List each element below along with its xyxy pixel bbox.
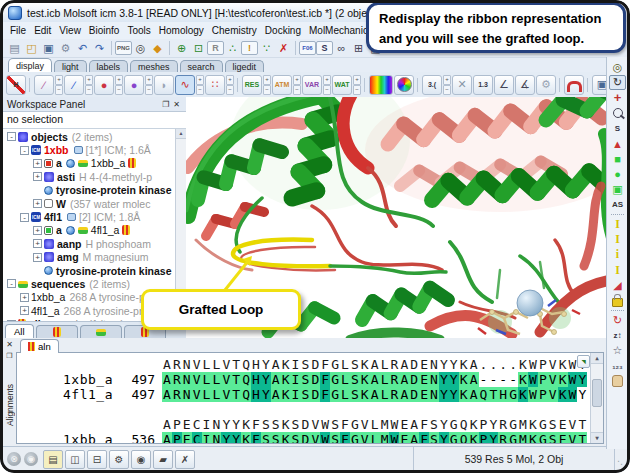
- clash-alert-icon[interactable]: ▲: [609, 136, 626, 151]
- skin-style-button[interactable]: ∷: [205, 75, 225, 95]
- menu-file[interactable]: File: [6, 24, 30, 37]
- select-sphere-icon[interactable]: ▣: [609, 182, 626, 197]
- three-pane-icon[interactable]: ⊟: [87, 450, 107, 469]
- alignment-view[interactable]: ARNVLLVTQHYAKISDFGLSKALRADENYYKA....KWPV…: [16, 352, 604, 444]
- wire-style-spinner[interactable]: +−: [55, 75, 63, 95]
- expand-icon[interactable]: +: [33, 239, 42, 248]
- rotate-z-mode-icon[interactable]: S: [609, 121, 626, 136]
- ribbon-style-spinner[interactable]: +−: [196, 75, 204, 95]
- label-variables-button[interactable]: VAR: [302, 75, 322, 95]
- ibeam-4-icon[interactable]: I: [609, 262, 626, 277]
- label-waters-button[interactable]: WAT: [332, 75, 352, 95]
- expand-icon[interactable]: +: [33, 226, 42, 235]
- tree-row-tyrosine-protein-kinase[interactable]: tyrosine-protein kinase: [3, 184, 186, 197]
- wire-style-button[interactable]: ∕: [34, 75, 54, 95]
- label-residues-spinner[interactable]: +−: [263, 75, 271, 95]
- magnet-tether-button[interactable]: [564, 75, 584, 95]
- menu-chemistry[interactable]: Chemistry: [208, 24, 261, 37]
- warning-icon[interactable]: !: [241, 41, 258, 55]
- close-icon[interactable]: ✕: [171, 100, 182, 109]
- camera-icon[interactable]: ◉: [131, 450, 151, 469]
- stick-style-spinner[interactable]: +−: [85, 75, 93, 95]
- tree-row-1xbb[interactable]: -1xbb[1*] ICM; 1.6Å: [3, 143, 186, 156]
- hydrogens-toggle-button[interactable]: H: [6, 75, 26, 95]
- fog-icon[interactable]: F06: [299, 41, 316, 55]
- collapse-icon[interactable]: -: [20, 146, 29, 155]
- expand-icon[interactable]: +: [33, 172, 42, 181]
- z-scale-icon[interactable]: z↕: [609, 328, 626, 343]
- menu-tools[interactable]: Tools: [123, 24, 154, 37]
- open-folder-icon[interactable]: ◰: [23, 41, 40, 56]
- refresh-icon[interactable]: ⚙: [57, 41, 74, 56]
- expand-icon[interactable]: +: [33, 199, 42, 208]
- float-icon[interactable]: ❐: [160, 100, 171, 109]
- expand-icon[interactable]: ◥: [577, 355, 590, 368]
- expand-icon[interactable]: +: [20, 293, 29, 302]
- tree-row-a[interactable]: +a4fl1_a: [3, 224, 186, 237]
- png-export-icon[interactable]: PNG: [115, 41, 132, 55]
- collapse-icon[interactable]: -: [7, 279, 16, 288]
- label-atoms-button[interactable]: ATM: [272, 75, 292, 95]
- ribbon-style-button[interactable]: ∿: [175, 75, 195, 95]
- residue-123-icon[interactable]: ₁₂₃: [609, 359, 626, 374]
- label-waters-spinner[interactable]: +−: [353, 75, 361, 95]
- menu-docking[interactable]: Docking: [261, 24, 305, 37]
- close-icon[interactable]: ✕: [6, 340, 13, 349]
- menu-homology[interactable]: Homology: [155, 24, 208, 37]
- expand-icon[interactable]: +: [33, 159, 42, 168]
- sequence-row-1xbb_a[interactable]: 1xbb_a536APECINYYKFSSKSDVWSFGVLMWEAFSYGQ…: [17, 432, 603, 444]
- expand-icon[interactable]: +: [33, 253, 42, 262]
- zoom-mode-icon[interactable]: [609, 106, 626, 121]
- tree-row-aanp[interactable]: +aanpH phosphoam: [3, 237, 186, 250]
- tab-ligedit[interactable]: ligedit: [225, 60, 265, 72]
- ball-style-spinner[interactable]: +−: [115, 75, 123, 95]
- diamond-icon[interactable]: ◆: [149, 41, 166, 56]
- tree-row-objects[interactable]: -objects(2 items): [3, 130, 186, 143]
- workspace-tab-sequence-tab[interactable]: [80, 325, 122, 338]
- tree-row-tyrosine-protein-kinase[interactable]: tyrosine-protein kinase: [3, 264, 186, 277]
- menu-edit[interactable]: Edit: [30, 24, 55, 37]
- alignment-scrollbar[interactable]: ▲▼: [590, 353, 603, 443]
- rename-icon[interactable]: R: [207, 41, 224, 55]
- close-circle-icon[interactable]: ⊗: [7, 452, 21, 466]
- new-document-icon[interactable]: ▤: [6, 41, 23, 56]
- star-edit-icon[interactable]: ☆: [609, 343, 626, 358]
- record-circle-icon[interactable]: ◉: [24, 452, 38, 466]
- angle-tool-button[interactable]: ∠: [494, 75, 514, 95]
- tree-row-W[interactable]: +W(357 water molec: [3, 197, 186, 210]
- menu-view[interactable]: View: [55, 24, 85, 37]
- dihedral-tool-button[interactable]: ∡: [515, 75, 535, 95]
- collapse-icon[interactable]: -: [7, 320, 16, 321]
- resize-grip[interactable]: ⋱: [617, 459, 626, 469]
- tab-display[interactable]: display: [8, 58, 52, 72]
- tree-row-asti[interactable]: +astiH 4-(4-methyl-p: [3, 170, 186, 183]
- workspace-tab-all[interactable]: All: [5, 324, 34, 338]
- skin-style-spinner[interactable]: +−: [226, 75, 234, 95]
- ibeam-3-icon[interactable]: i: [609, 247, 626, 262]
- sequence-row-4fl1_a[interactable]: 4fl1_a497ARNVLLVTQHYAKISDFGLSKALRADENYYK…: [17, 387, 603, 402]
- collapse-icon[interactable]: -: [20, 213, 29, 222]
- center-view-icon[interactable]: ◎: [609, 60, 626, 75]
- delete-red-icon[interactable]: ✗: [275, 41, 292, 56]
- search-molecule-icon[interactable]: ◎: [132, 41, 149, 56]
- color-wheel-button[interactable]: [394, 75, 414, 95]
- tab-meshes[interactable]: meshes: [130, 60, 178, 72]
- tab-light[interactable]: light: [54, 60, 87, 72]
- brush-red-icon[interactable]: ◢: [609, 278, 626, 293]
- ibeam-1-icon[interactable]: I: [609, 217, 626, 232]
- color-palette-button[interactable]: [369, 75, 393, 95]
- two-pane-icon[interactable]: ◫: [65, 450, 85, 469]
- save-icon[interactable]: ▣: [40, 41, 57, 56]
- expand-arrows-button[interactable]: ✕: [452, 75, 472, 95]
- car-icon[interactable]: ▰: [153, 450, 173, 469]
- tab-labels[interactable]: labels: [89, 60, 129, 72]
- grid-table-icon[interactable]: ⊞: [350, 41, 367, 56]
- translate-mode-icon[interactable]: +: [609, 90, 626, 105]
- label-residues-button[interactable]: RES: [242, 75, 262, 95]
- workspace-tab-alignment-tab[interactable]: [36, 325, 78, 338]
- tab-aln[interactable]: aln: [20, 339, 59, 353]
- cluster-link-icon[interactable]: ∵: [258, 41, 275, 56]
- select-as-icon[interactable]: AS: [609, 197, 626, 212]
- spin-value-spinner[interactable]: +−: [443, 75, 451, 95]
- pin-icon[interactable]: ❐: [6, 352, 12, 360]
